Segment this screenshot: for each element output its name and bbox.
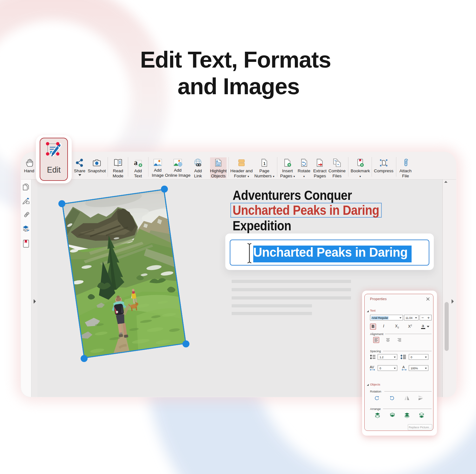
svg-text:a: a xyxy=(134,159,138,167)
svg-text:AV: AV xyxy=(370,365,374,369)
svg-text:1: 1 xyxy=(263,161,266,166)
svg-text:A: A xyxy=(402,365,405,369)
